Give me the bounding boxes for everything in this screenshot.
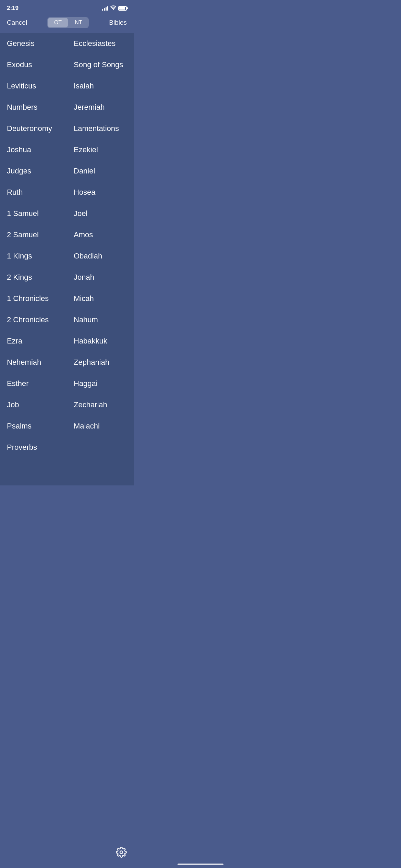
tab-nt[interactable]: NT (69, 18, 88, 27)
book-item[interactable]: Hosea (67, 182, 134, 203)
book-item[interactable]: Ruth (0, 182, 67, 203)
book-item[interactable]: Ezra (0, 330, 67, 352)
book-item[interactable]: Zephaniah (67, 352, 134, 373)
book-item[interactable]: Joel (67, 203, 134, 224)
book-item[interactable]: Jonah (67, 267, 134, 288)
book-item[interactable]: Ecclesiastes (67, 33, 134, 54)
book-item[interactable]: Psalms (0, 415, 67, 437)
tab-ot[interactable]: OT (48, 18, 68, 27)
book-item[interactable]: Job (0, 394, 67, 415)
book-item[interactable]: Leviticus (0, 75, 67, 97)
bibles-button[interactable]: Bibles (109, 19, 127, 26)
book-item[interactable]: Micah (67, 288, 134, 309)
status-time: 2:19 (7, 5, 19, 12)
book-item[interactable]: Esther (0, 373, 67, 394)
book-item[interactable]: 1 Chronicles (0, 288, 67, 309)
tab-group: OT NT (47, 17, 89, 28)
book-item[interactable]: Habakkuk (67, 330, 134, 352)
status-icons (102, 5, 127, 11)
book-item[interactable]: Haggai (67, 373, 134, 394)
battery-icon (118, 6, 127, 11)
wifi-icon (110, 5, 116, 11)
book-item[interactable] (67, 437, 134, 458)
book-item[interactable]: Ezekiel (67, 139, 134, 160)
book-item[interactable]: Numbers (0, 97, 67, 118)
book-item[interactable]: Deuteronomy (0, 118, 67, 139)
book-item[interactable]: Song of Songs (67, 54, 134, 75)
book-item[interactable]: Exodus (0, 54, 67, 75)
book-item[interactable]: Zechariah (67, 394, 134, 415)
book-item[interactable]: Joshua (0, 139, 67, 160)
book-item[interactable]: Lamentations (67, 118, 134, 139)
book-item[interactable]: Genesis (0, 33, 67, 54)
cancel-button[interactable]: Cancel (7, 19, 27, 26)
book-item[interactable]: Malachi (67, 415, 134, 437)
book-item[interactable]: Nahum (67, 309, 134, 330)
signal-icon (102, 6, 108, 11)
book-list: GenesisEcclesiastesExodusSong of SongsLe… (0, 33, 134, 485)
book-item[interactable]: 1 Kings (0, 245, 67, 267)
book-item[interactable]: 1 Samuel (0, 203, 67, 224)
nav-bar: Cancel OT NT Bibles (0, 14, 134, 33)
book-item[interactable]: 2 Kings (0, 267, 67, 288)
book-item[interactable]: Jeremiah (67, 97, 134, 118)
book-item[interactable]: Judges (0, 160, 67, 182)
book-item[interactable]: Proverbs (0, 437, 67, 458)
book-item[interactable]: 2 Chronicles (0, 309, 67, 330)
book-item[interactable]: Daniel (67, 160, 134, 182)
book-item[interactable]: Amos (67, 224, 134, 245)
status-bar: 2:19 (0, 0, 134, 14)
book-item[interactable]: Isaiah (67, 75, 134, 97)
book-item[interactable]: Obadiah (67, 245, 134, 267)
book-item[interactable]: Nehemiah (0, 352, 67, 373)
book-item[interactable]: 2 Samuel (0, 224, 67, 245)
